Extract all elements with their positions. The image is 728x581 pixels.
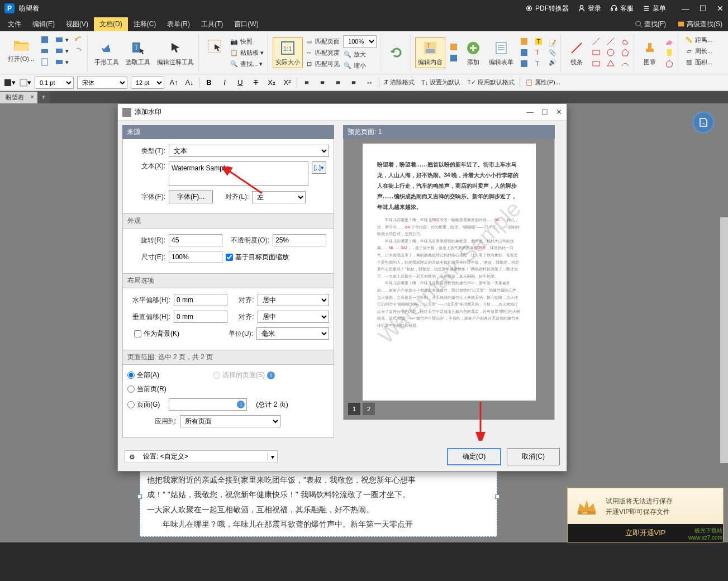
- clear-format-button[interactable]: T̸清除格式: [383, 78, 416, 87]
- line-color-button[interactable]: ▾: [19, 77, 31, 89]
- fit-page-button[interactable]: ▭匹配页面: [303, 36, 341, 46]
- halign-select[interactable]: 居中: [258, 294, 330, 306]
- new-icon[interactable]: [39, 57, 51, 67]
- type-select[interactable]: 文本: [169, 145, 329, 157]
- align-select[interactable]: 左: [252, 191, 306, 203]
- select-tool-button[interactable]: T选取工具: [123, 38, 153, 68]
- area-button[interactable]: ▨面积...: [683, 57, 714, 67]
- select-dashed-button[interactable]: [203, 36, 226, 69]
- dialog-maximize-button[interactable]: ☐: [541, 108, 548, 116]
- advanced-find-button[interactable]: 高级查找(S): [674, 18, 726, 30]
- snapshot-button[interactable]: 📷快照: [228, 36, 265, 46]
- distance-button[interactable]: 📏距离...: [683, 35, 714, 45]
- clipboard-button[interactable]: 📋粘贴板▾: [228, 47, 265, 58]
- tool-c3[interactable]: 🔊: [547, 58, 558, 66]
- tool-a1[interactable]: [518, 36, 530, 46]
- edit-content-button[interactable]: T编辑内容: [415, 37, 445, 68]
- menu-comment[interactable]: 注释(C): [128, 17, 162, 31]
- align-justify-button[interactable]: ≡: [348, 77, 360, 89]
- stamp-button[interactable]: 图章: [639, 38, 661, 68]
- highlight-icon[interactable]: [663, 47, 675, 58]
- hand-tool-button[interactable]: 手形工具: [92, 38, 121, 68]
- add-tab-button[interactable]: +: [37, 91, 50, 103]
- scan-icon[interactable]: ▾: [53, 46, 70, 56]
- tab-close-icon[interactable]: ×: [31, 93, 34, 100]
- menu-document[interactable]: 文档(D): [94, 17, 128, 31]
- align-center-button[interactable]: ≡: [316, 77, 329, 89]
- edit-t2[interactable]: [448, 53, 460, 63]
- shape-line2[interactable]: [605, 36, 617, 46]
- watermark-text-input[interactable]: Watermark Sample: [169, 161, 308, 186]
- apply-default-button[interactable]: T✓应用默认格式: [465, 78, 516, 87]
- set-default-button[interactable]: T↓设置为默认: [420, 78, 462, 87]
- valign-select[interactable]: 居中: [258, 311, 330, 323]
- voffset-input[interactable]: [174, 311, 227, 323]
- find-ribbon-button[interactable]: 🔍查找...▾: [228, 59, 265, 69]
- perimeter-button[interactable]: ▱周长...: [683, 46, 714, 56]
- tool-a3[interactable]: [518, 59, 530, 69]
- fit-width-button[interactable]: ↔匹配宽度: [303, 47, 341, 58]
- login-button[interactable]: 登录: [578, 4, 601, 13]
- export-icon[interactable]: ▾: [53, 57, 70, 67]
- apply-select[interactable]: 所有页面: [180, 415, 280, 427]
- tool-c2[interactable]: 📎: [547, 49, 558, 57]
- font-select[interactable]: 宋体: [77, 77, 127, 89]
- opacity-input[interactable]: [273, 234, 326, 246]
- zoom-out-button[interactable]: 🔍缩小: [341, 60, 378, 70]
- redo-icon[interactable]: [73, 46, 85, 56]
- hscale-button[interactable]: ↔: [363, 77, 375, 89]
- tool-b2[interactable]: T: [532, 47, 545, 58]
- tool-b3[interactable]: T: [532, 59, 545, 69]
- menu-file[interactable]: 文件: [2, 17, 27, 31]
- print-icon[interactable]: [39, 46, 51, 56]
- range-all-radio[interactable]: 全部(A): [127, 370, 159, 380]
- fill-color-button[interactable]: ▾: [3, 77, 16, 89]
- add-button[interactable]: 添加: [462, 38, 484, 68]
- floating-pdf-button[interactable]: [692, 111, 715, 134]
- as-bg-checkbox[interactable]: 作为背景(K): [134, 329, 179, 339]
- line-width-select[interactable]: 0.1 pt: [35, 77, 74, 89]
- minimize-button[interactable]: —: [682, 4, 689, 13]
- italic-button[interactable]: I: [218, 77, 231, 89]
- shape-cloud[interactable]: [619, 36, 631, 46]
- properties-button[interactable]: 📋属性(P)...: [524, 78, 562, 87]
- zoom-select[interactable]: 100%: [343, 35, 377, 47]
- tool-c1[interactable]: 📝: [547, 39, 558, 47]
- shape-poly[interactable]: [605, 59, 617, 69]
- unit-select[interactable]: 毫米: [256, 327, 329, 340]
- underline-button[interactable]: U: [234, 77, 246, 89]
- size-input[interactable]: [169, 251, 222, 263]
- font-size-select[interactable]: 12 pt: [131, 77, 164, 89]
- undo-icon[interactable]: [73, 35, 85, 45]
- open-button[interactable]: 打开(O)...: [6, 35, 36, 67]
- vertical-scrollbar[interactable]: [720, 217, 728, 463]
- preview-thumb-1[interactable]: 1: [348, 403, 360, 415]
- annotation-tool-button[interactable]: 编辑注释工具: [155, 38, 196, 68]
- rotate-input[interactable]: [169, 234, 222, 246]
- font-button[interactable]: 字体(F)...: [169, 191, 213, 203]
- token-button[interactable]: [..]▾: [312, 161, 326, 174]
- grow-font-button[interactable]: A↑: [168, 77, 180, 89]
- maximize-button[interactable]: ☐: [700, 4, 707, 13]
- shape-x[interactable]: [663, 59, 675, 69]
- menu-tool[interactable]: 工具(T): [196, 17, 229, 31]
- zoom-in-button[interactable]: 🔍放大: [341, 49, 378, 59]
- shape-poly2[interactable]: [619, 47, 631, 58]
- hoffset-input[interactable]: [174, 294, 227, 306]
- range-selected-radio[interactable]: 选择的页面(S)i: [213, 370, 275, 380]
- shape-rect[interactable]: [590, 47, 602, 58]
- refresh-button[interactable]: [386, 42, 408, 63]
- menu-view[interactable]: 视图(V): [60, 17, 94, 31]
- support-button[interactable]: 客服: [610, 4, 634, 13]
- settings-dropdown[interactable]: ⚙ 设置: <自定义> ▾: [125, 450, 278, 463]
- pages-input[interactable]: [169, 398, 247, 411]
- shape-free[interactable]: [619, 59, 631, 69]
- dialog-close-button[interactable]: ✕: [556, 108, 562, 116]
- actual-size-button[interactable]: 1:1实际大小: [273, 37, 303, 68]
- tool-a2[interactable]: [518, 47, 530, 58]
- align-left-button[interactable]: ≡: [301, 77, 313, 89]
- find-button[interactable]: 查找(F): [631, 18, 669, 30]
- line-button[interactable]: 线条: [565, 38, 588, 68]
- shape-rect2[interactable]: [590, 59, 602, 69]
- email-icon[interactable]: ▾: [53, 35, 70, 45]
